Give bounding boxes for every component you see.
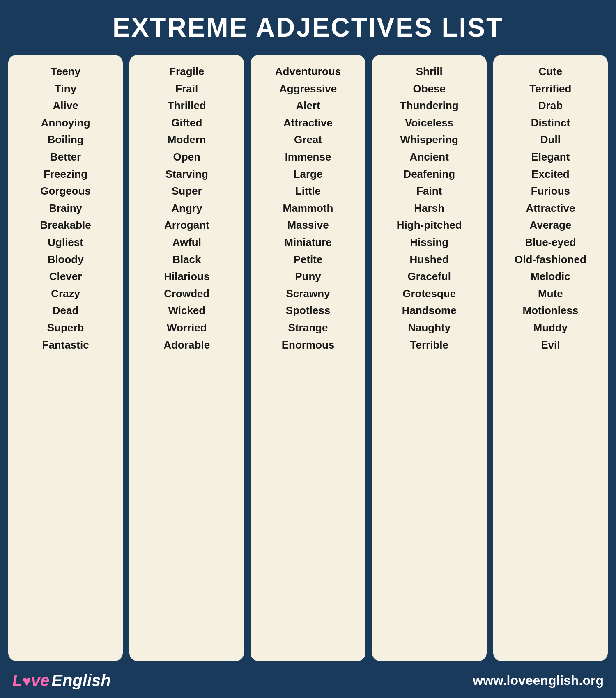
- word-item: Dull: [540, 131, 561, 149]
- logo-english-text: English: [51, 671, 110, 690]
- word-item: High-pitched: [397, 217, 462, 234]
- word-item: Great: [294, 131, 322, 149]
- word-item: Arrogant: [164, 217, 209, 234]
- word-item: Average: [530, 217, 572, 234]
- word-item: Angry: [171, 200, 202, 217]
- word-item: Bloody: [48, 251, 84, 269]
- word-item: Strange: [288, 319, 328, 337]
- footer: L♥ve English www.loveenglish.org: [8, 671, 608, 690]
- word-item: Dead: [53, 302, 79, 319]
- word-item: Black: [172, 251, 201, 269]
- word-item: Immense: [285, 149, 331, 166]
- word-item: Whispering: [400, 131, 458, 149]
- word-item: Motionless: [523, 302, 579, 319]
- word-item: Tiny: [55, 80, 76, 98]
- word-item: Crowded: [164, 285, 209, 303]
- word-item: Teeny: [51, 63, 80, 80]
- word-item: Cute: [539, 63, 563, 80]
- word-item: Muddy: [533, 319, 568, 337]
- word-item: Adventurous: [275, 63, 341, 80]
- word-item: Scrawny: [286, 285, 330, 303]
- word-item: Drab: [538, 97, 563, 115]
- word-item: Terrified: [529, 80, 571, 98]
- word-item: Hissing: [410, 234, 448, 251]
- word-item: Mute: [538, 285, 563, 303]
- word-item: Faint: [416, 183, 442, 200]
- column-col5: CuteTerrifiedDrabDistinctDullElegantExci…: [493, 55, 608, 661]
- word-item: Aggressive: [279, 80, 337, 98]
- word-item: Adorable: [163, 337, 210, 354]
- word-item: Modern: [168, 131, 206, 149]
- word-item: Graceful: [407, 268, 451, 285]
- word-item: Grotesque: [402, 285, 456, 303]
- word-item: Wicked: [168, 302, 205, 319]
- word-item: Naughty: [408, 319, 451, 337]
- logo: L♥ve English: [12, 671, 111, 690]
- word-item: Brainy: [49, 200, 82, 217]
- word-item: Spotless: [286, 302, 330, 319]
- column-col3: AdventurousAggressiveAlertAttractiveGrea…: [251, 55, 365, 661]
- word-item: Petite: [294, 251, 323, 269]
- word-item: Starving: [165, 166, 208, 183]
- word-item: Evil: [541, 337, 560, 354]
- word-item: Obese: [413, 80, 446, 98]
- columns-container: TeenyTinyAliveAnnoyingBoilingBetterFreez…: [8, 55, 608, 661]
- word-item: Alert: [296, 97, 320, 115]
- word-item: Large: [294, 166, 323, 183]
- word-item: Melodic: [531, 268, 570, 285]
- word-item: Distinct: [531, 115, 570, 132]
- word-item: Puny: [295, 268, 321, 285]
- word-item: Open: [173, 149, 200, 166]
- word-item: Harsh: [414, 200, 444, 217]
- word-item: Deafening: [403, 166, 455, 183]
- word-item: Elegant: [531, 149, 570, 166]
- word-item: Thrilled: [168, 97, 206, 115]
- word-item: Gifted: [171, 115, 202, 132]
- word-item: Shrill: [416, 63, 443, 80]
- word-item: Blue-eyed: [525, 234, 576, 251]
- word-item: Annoying: [41, 115, 90, 132]
- word-item: Attractive: [526, 200, 575, 217]
- word-item: Ugliest: [48, 234, 83, 251]
- word-item: Better: [50, 149, 81, 166]
- word-item: Terrible: [410, 337, 448, 354]
- word-item: Fragile: [169, 63, 204, 80]
- word-item: Frail: [175, 80, 198, 98]
- word-item: Fantastic: [42, 337, 89, 354]
- word-item: Worried: [167, 319, 207, 337]
- word-item: Gorgeous: [40, 183, 91, 200]
- word-item: Little: [295, 183, 321, 200]
- word-item: Super: [172, 183, 202, 200]
- word-item: Massive: [287, 217, 329, 234]
- page-title: EXTREME ADJECTIVES LIST: [113, 12, 503, 43]
- word-item: Miniature: [284, 234, 332, 251]
- website-url: www.loveenglish.org: [473, 673, 604, 688]
- word-item: Ancient: [410, 149, 449, 166]
- word-item: Freezing: [44, 166, 87, 183]
- word-item: Thundering: [400, 97, 459, 115]
- column-col2: FragileFrailThrilledGiftedModernOpenStar…: [129, 55, 244, 661]
- word-item: Boiling: [48, 131, 84, 149]
- word-item: Clever: [49, 268, 82, 285]
- word-item: Enormous: [282, 337, 335, 354]
- word-item: Furious: [531, 183, 570, 200]
- word-item: Hushed: [410, 251, 449, 269]
- word-item: Crazy: [51, 285, 80, 303]
- word-item: Voiceless: [405, 115, 453, 132]
- logo-love-text: L♥ve: [12, 671, 49, 690]
- word-item: Hilarious: [164, 268, 209, 285]
- word-item: Attractive: [283, 115, 333, 132]
- word-item: Breakable: [40, 217, 91, 234]
- logo-heart-icon: ♥: [22, 673, 31, 689]
- word-item: Handsome: [402, 302, 457, 319]
- word-item: Superb: [47, 319, 84, 337]
- column-col1: TeenyTinyAliveAnnoyingBoilingBetterFreez…: [8, 55, 123, 661]
- word-item: Mammoth: [283, 200, 333, 217]
- word-item: Alive: [53, 97, 78, 115]
- column-col4: ShrillObeseThunderingVoicelessWhispering…: [372, 55, 487, 661]
- word-item: Old-fashioned: [515, 251, 586, 269]
- word-item: Awful: [172, 234, 201, 251]
- word-item: Excited: [531, 166, 570, 183]
